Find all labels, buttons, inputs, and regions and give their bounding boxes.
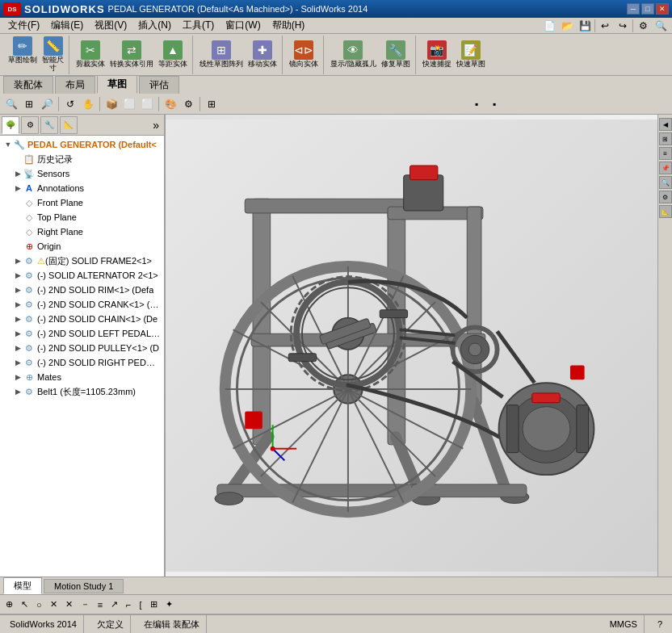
tree-origin[interactable]: ⊕ Origin <box>0 239 164 254</box>
bt-grid[interactable]: ⊞ <box>148 598 160 610</box>
view-grid-button[interactable]: ⊞ <box>204 96 220 112</box>
close-button[interactable]: ✕ <box>656 3 669 15</box>
bt-arrow[interactable]: ↖ <box>19 598 31 610</box>
tab-model[interactable]: 模型 <box>3 577 42 594</box>
tree-mates-expand[interactable]: ▶ <box>13 372 23 382</box>
undo-button[interactable]: ↩ <box>597 18 613 34</box>
rp-btn-7[interactable]: 📐 <box>659 205 672 218</box>
rotate-button[interactable]: ↺ <box>62 96 78 112</box>
tree-history[interactable]: 📋 历史记录 <box>0 152 164 166</box>
panel-expand-button[interactable]: » <box>149 119 162 132</box>
menu-view[interactable]: 视图(V) <box>90 18 132 33</box>
show-hide-button[interactable]: 👁 显示/隐藏孤儿 <box>329 39 378 70</box>
status-help[interactable]: ? <box>651 615 669 633</box>
rp-btn-2[interactable]: ⊞ <box>659 132 672 145</box>
help-label[interactable]: ? <box>657 619 662 629</box>
zoom-fit-button[interactable]: ⊞ <box>21 96 37 112</box>
tree-solid-chain[interactable]: ▶ ⚙ (-) 2ND SOLID CHAIN<1> (De <box>0 312 164 326</box>
config-manager-tab[interactable]: 🔧 <box>40 116 58 134</box>
tree-solid-left-pedal-expand[interactable]: ▶ <box>13 329 23 338</box>
line-button[interactable]: ⊞ 线性草图阵列 <box>198 39 245 70</box>
sketch-draw-button[interactable]: ✏ 草图绘制 <box>6 35 39 74</box>
bt-lines[interactable]: ≡ <box>95 599 105 610</box>
feature-manager-tab[interactable]: 🌳 <box>2 116 19 134</box>
viewport[interactable] <box>166 115 657 576</box>
cut-button[interactable]: ✂ 剪裁实体 <box>74 39 107 70</box>
bt-minus[interactable]: － <box>78 597 92 611</box>
quick-capture-button[interactable]: 📸 快速捕捉 <box>421 39 453 70</box>
view-orient-button[interactable]: 📦 <box>103 96 120 112</box>
extrude-button[interactable]: ▲ 等距实体 <box>157 39 189 70</box>
tree-solid-alternator-expand[interactable]: ▶ <box>13 270 23 280</box>
rp-btn-4[interactable]: 📌 <box>659 161 672 174</box>
tree-belt1-expand[interactable]: ▶ <box>13 387 23 396</box>
tree-solid-crank-expand[interactable]: ▶ <box>13 300 23 309</box>
menu-edit[interactable]: 编辑(E) <box>46 18 88 33</box>
tree-mates[interactable]: ▶ ⊕ Mates <box>0 370 164 384</box>
tree-root-expand[interactable]: ▼ <box>3 140 13 149</box>
bt-bracket[interactable]: [ <box>137 599 145 610</box>
tree-annotations[interactable]: ▶ A Annotations <box>0 181 164 195</box>
tree-belt1[interactable]: ▶ ⚙ Belt1 (长度=1105.23mm) <box>0 384 164 399</box>
tree-solid-rim[interactable]: ▶ ⚙ (-) 2ND SOLID RIM<1> (Defa <box>0 283 164 297</box>
zoom-in-button[interactable]: 🔍 <box>3 96 19 112</box>
rp-btn-5[interactable]: 🔍 <box>659 176 672 189</box>
tree-solid-alternator[interactable]: ▶ ⚙ (-) SOLID ALTERNATOR 2<1> <box>0 268 164 283</box>
menu-tools[interactable]: 工具(T) <box>178 18 219 33</box>
color-button[interactable]: 🎨 <box>162 96 178 112</box>
quick-sketch-button[interactable]: 📝 快速草图 <box>455 39 487 70</box>
tree-solid-frame-expand[interactable]: ▶ <box>13 256 23 266</box>
bt-cross[interactable]: ✕ <box>63 598 75 610</box>
display-style-button[interactable]: ⬜ <box>121 96 137 112</box>
minimize-button[interactable]: ─ <box>627 3 640 15</box>
tree-solid-pulley[interactable]: ▶ ⚙ (-) 2ND SOLID PULLEY<1> (D <box>0 341 164 355</box>
tab-assembly[interactable]: 装配体 <box>3 76 53 94</box>
tree-top-plane[interactable]: ◇ Top Plane <box>0 210 164 224</box>
move-button[interactable]: ✚ 移动实体 <box>246 39 279 70</box>
maximize-button[interactable]: □ <box>641 3 654 15</box>
tab-layout[interactable]: 布局 <box>55 76 95 94</box>
open-button[interactable]: 📂 <box>559 18 575 34</box>
bt-x[interactable]: ✕ <box>48 598 60 610</box>
tree-solid-right-pedal[interactable]: ▶ ⚙ (-) 2ND SOLID RIGHT PEDAL< <box>0 355 164 370</box>
help-search[interactable]: 🔍 <box>653 18 669 34</box>
menu-help[interactable]: 帮助(H) <box>267 18 310 33</box>
redo-button[interactable]: ↪ <box>615 18 631 34</box>
tree-solid-chain-expand[interactable]: ▶ <box>13 314 23 324</box>
fix-button[interactable]: 🔧 修复草图 <box>380 39 412 70</box>
tree-solid-left-pedal[interactable]: ▶ ⚙ (-) 2ND SOLID LEFT PEDAL<1 <box>0 326 164 341</box>
save-button[interactable]: 💾 <box>577 18 593 34</box>
tab-evaluate[interactable]: 评估 <box>139 76 179 94</box>
view-normal-button[interactable]: ▪ <box>468 96 485 112</box>
bt-arrow2[interactable]: ↗ <box>108 598 120 610</box>
tree-annotations-expand[interactable]: ▶ <box>13 183 23 193</box>
bt-star[interactable]: ✦ <box>163 598 175 610</box>
view-expand-button[interactable]: ▪ <box>486 96 502 112</box>
menu-window[interactable]: 窗口(W) <box>220 18 265 33</box>
zoom-out-button[interactable]: 🔎 <box>39 96 55 112</box>
rp-btn-1[interactable]: ◀ <box>659 118 672 131</box>
rp-btn-6[interactable]: ⚙ <box>659 191 672 203</box>
convert-button[interactable]: ⇄ 转换实体引用 <box>108 39 155 70</box>
pan-button[interactable]: ✋ <box>80 96 96 112</box>
bt-circle[interactable]: ○ <box>34 599 44 610</box>
tree-solid-pulley-expand[interactable]: ▶ <box>13 343 23 353</box>
tree-solid-crank[interactable]: ▶ ⚙ (-) 2ND SOLID CRANK<1> (Da <box>0 297 164 312</box>
rp-btn-3[interactable]: ≡ <box>659 147 672 160</box>
tree-sensors-expand[interactable]: ▶ <box>13 169 23 178</box>
options-button[interactable]: ⚙ <box>635 18 651 34</box>
new-button[interactable]: 📄 <box>541 18 557 34</box>
tree-sensors[interactable]: ▶ 📡 Sensors <box>0 166 164 181</box>
section-view-button[interactable]: ⬜ <box>139 96 155 112</box>
menu-insert[interactable]: 插入(N) <box>133 18 176 33</box>
tree-root[interactable]: ▼ 🔧 PEDAL GENERATOR (Default< <box>0 137 164 152</box>
tree-solid-rim-expand[interactable]: ▶ <box>13 285 23 295</box>
settings-view-button[interactable]: ⚙ <box>180 96 196 112</box>
bt-corner[interactable]: ⌐ <box>124 599 133 610</box>
property-manager-tab[interactable]: ⚙ <box>21 116 39 134</box>
bt-origin[interactable]: ⊕ <box>3 598 15 610</box>
dim-xpert-tab[interactable]: 📐 <box>60 116 78 134</box>
tree-right-plane[interactable]: ◇ Right Plane <box>0 224 164 239</box>
tree-solid-right-pedal-expand[interactable]: ▶ <box>13 358 23 367</box>
menu-file[interactable]: 文件(F) <box>3 18 44 33</box>
